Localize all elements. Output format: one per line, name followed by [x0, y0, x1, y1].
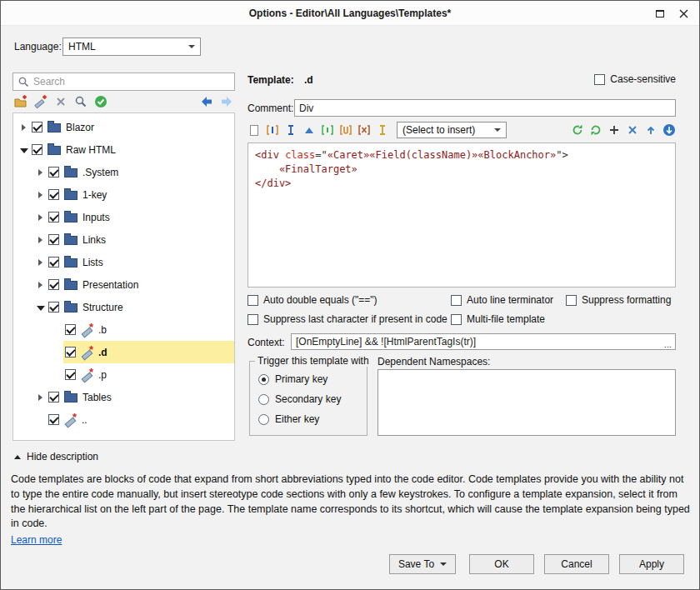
checkbox[interactable] [248, 295, 258, 306]
tree-item-dot-dot[interactable]: .. [13, 408, 234, 431]
checkbox[interactable] [566, 295, 577, 306]
tree-item-inputs[interactable]: Inputs [13, 206, 234, 228]
checkbox[interactable] [48, 302, 59, 312]
tree-item-links[interactable]: Links [13, 228, 234, 251]
checkbox[interactable] [48, 392, 59, 402]
radio-icon[interactable] [258, 414, 269, 425]
cancel-button[interactable]: Cancel [544, 554, 609, 574]
close-icon [679, 9, 688, 18]
comment-input[interactable] [294, 99, 676, 117]
learn-more-link[interactable]: Learn more [11, 534, 62, 546]
checkbox[interactable] [48, 167, 59, 178]
forward-arrow-icon[interactable] [220, 95, 233, 108]
apply-button[interactable]: Apply [619, 554, 684, 574]
radio-icon[interactable] [258, 394, 269, 405]
checkbox[interactable] [32, 144, 42, 155]
expand-icon[interactable] [35, 257, 47, 268]
text-field-icon[interactable] [266, 123, 279, 137]
checkbox[interactable] [248, 314, 258, 325]
checkbox[interactable] [48, 414, 59, 425]
template-icon [81, 324, 93, 336]
tree-item-d[interactable]: .d [13, 341, 234, 363]
new-template-icon[interactable] [34, 95, 48, 108]
suppress-last-character-checkbox[interactable]: Suppress last character if present in co… [248, 313, 448, 325]
template-code-editor[interactable]: <div class="«Caret»«Field(className)»«Bl… [248, 142, 676, 288]
expand-icon[interactable] [35, 167, 47, 178]
maximize-button[interactable] [648, 1, 672, 26]
language-dropdown[interactable]: HTML [62, 38, 201, 56]
checkbox[interactable] [451, 314, 462, 325]
dependent-namespaces-box[interactable] [378, 369, 676, 436]
code-line: </div> [255, 177, 668, 191]
checkbox[interactable] [65, 324, 76, 335]
target-marker-icon[interactable] [358, 123, 371, 137]
tree-item-blazor[interactable]: Blazor [13, 116, 234, 138]
tree-item-tables[interactable]: Tables [13, 386, 234, 408]
tree-item-structure[interactable]: Structure [13, 296, 234, 318]
expand-icon[interactable] [35, 279, 47, 291]
expand-template-icon[interactable] [571, 123, 584, 137]
tree-item-presentation[interactable]: Presentation [13, 273, 234, 296]
expand-icon[interactable] [35, 392, 47, 403]
dependent-namespaces-label: Dependent Namespaces: [378, 356, 490, 368]
delete-icon[interactable] [54, 95, 68, 108]
select-to-insert-dropdown[interactable]: (Select to insert) [397, 122, 507, 138]
remove-icon[interactable] [626, 123, 639, 137]
multi-file-template-checkbox[interactable]: Multi-file template [451, 313, 545, 325]
close-button[interactable] [671, 1, 696, 26]
collapse-icon[interactable] [18, 144, 30, 156]
either-key-radio[interactable]: Either key [258, 413, 319, 425]
case-sensitive-checkbox[interactable]: Case-sensitive [594, 73, 676, 85]
new-document-icon[interactable] [248, 123, 261, 137]
tree-item-p[interactable]: .p [13, 363, 234, 386]
find-icon[interactable] [74, 95, 88, 108]
marker-icon[interactable] [302, 123, 316, 137]
hide-description-toggle[interactable]: Hide description [14, 451, 98, 462]
caret-icon[interactable] [284, 123, 298, 137]
checkbox[interactable] [48, 212, 59, 222]
tree-item-raw-html[interactable]: Raw HTML [13, 138, 234, 161]
back-arrow-icon[interactable] [200, 95, 213, 108]
auto-line-terminator-checkbox[interactable]: Auto line terminator [451, 294, 553, 306]
checkbox[interactable] [65, 347, 76, 358]
checkbox[interactable] [48, 279, 59, 290]
expand-icon[interactable] [35, 234, 47, 246]
add-icon[interactable] [608, 123, 621, 137]
checkbox[interactable] [32, 122, 42, 132]
tree-item-system[interactable]: .System [13, 161, 234, 183]
checkbox[interactable] [48, 257, 59, 268]
primary-key-radio[interactable]: Primary key [258, 373, 328, 385]
move-down-icon[interactable] [662, 123, 676, 137]
hide-description-label: Hide description [27, 451, 98, 462]
ok-button[interactable]: OK [469, 554, 534, 574]
move-up-icon[interactable] [644, 123, 658, 137]
save-to-button[interactable]: Save To [389, 554, 456, 574]
checkbox[interactable] [48, 189, 59, 200]
save-to-label: Save To [398, 558, 434, 570]
tree-item-b[interactable]: .b [13, 318, 234, 341]
tree-item-lists[interactable]: Lists [13, 251, 234, 273]
refresh-icon[interactable] [589, 123, 602, 137]
checkbox[interactable] [65, 369, 76, 380]
drop-marker-icon[interactable] [376, 123, 389, 137]
auto-double-equals-checkbox[interactable]: Auto double equals ("==") [248, 294, 378, 306]
secondary-key-radio[interactable]: Secondary key [258, 393, 341, 405]
check-all-icon[interactable] [94, 95, 108, 108]
checkbox[interactable] [451, 295, 462, 306]
expand-icon[interactable] [18, 122, 30, 133]
tree-item-1-key[interactable]: 1-key [13, 183, 234, 206]
new-category-icon[interactable] [14, 95, 28, 108]
checkbox[interactable] [48, 234, 59, 245]
expand-icon[interactable] [35, 189, 47, 201]
suppress-formatting-checkbox[interactable]: Suppress formatting [566, 294, 671, 306]
expander-placeholder [52, 347, 63, 358]
collapse-icon[interactable] [35, 302, 47, 313]
radio-icon[interactable] [258, 374, 269, 385]
context-browse-button[interactable]: ... [664, 339, 672, 349]
block-anchor-icon[interactable] [321, 123, 334, 137]
search-input[interactable] [33, 76, 234, 88]
context-input[interactable] [291, 333, 676, 350]
linked-identifier-icon[interactable] [339, 123, 352, 137]
checkbox[interactable] [594, 74, 605, 85]
expand-icon[interactable] [35, 212, 47, 223]
